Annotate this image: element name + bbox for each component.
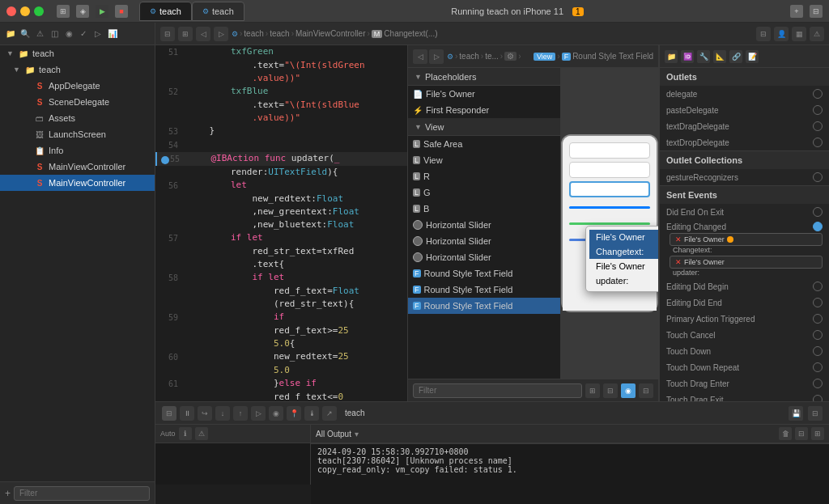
sidebar-item-teach-root[interactable]: ▼ 📁 teach [0,45,155,61]
ib-toggle-icon[interactable]: ⊟ [639,383,653,398]
popup-updater[interactable]: updater: [589,273,658,288]
debug-pause-icon[interactable]: ⏸ [180,406,194,421]
ib-slider3[interactable]: Horizontal Slider [408,249,560,265]
debug-continue-icon[interactable]: ▷ [251,406,266,421]
debug-environment-icon[interactable]: 🌡 [304,406,319,421]
ib-filter-input[interactable] [413,383,582,398]
ib-selected-tab[interactable]: View [534,53,555,61]
event-connection-updater[interactable]: ✕ File's Owner [670,256,823,269]
sidebar-item-launchscreen[interactable]: ▶ 🖼 LaunchScreen [0,126,155,142]
outlet-textdrag-circle[interactable] [813,121,823,131]
debug-share-icon[interactable]: ↗ [322,406,337,421]
issues-icon[interactable]: ⚠ [810,27,824,41]
console-trash-icon[interactable]: 🗑 [779,427,792,440]
sidebar-item-scenedelegate[interactable]: ▶ S SceneDelegate [0,94,155,110]
popup-filesowner2[interactable]: File's Owner [589,259,658,273]
inspector-log-icon[interactable]: 📝 [746,50,759,63]
event-connection-x2[interactable]: ✕ [675,258,682,266]
event-editing-begin-circle[interactable] [813,282,823,291]
code-editor[interactable]: 51 txfGreen .text="\(Int(sldGreen .value… [155,45,407,401]
nav-back-icon[interactable]: ◁ [196,27,210,41]
add-tab-icon[interactable]: + [790,5,803,18]
sidebar-debug-icon[interactable]: ▷ [92,28,104,40]
ib-view[interactable]: L View [408,152,560,168]
sidebar-breakpoints-icon[interactable]: ◉ [63,28,74,40]
popup-changetext[interactable]: File's Owner [589,230,658,244]
ib-constraint-icon[interactable]: ⊟ [603,383,618,398]
event-editing-changed-circle[interactable] [813,222,823,231]
event-connection-x[interactable]: ✕ [675,235,682,244]
sidebar-tests-icon[interactable]: ✓ [78,28,89,40]
connection-popup[interactable]: File's Owner Changetext: File's Owner up… [585,226,658,292]
console-split-left[interactable]: ⊟ [795,427,808,440]
outlet-collections-header[interactable]: Outlet Collections [660,151,829,169]
outlet-textdrop-circle[interactable] [813,138,823,147]
debug-show-hide-icon[interactable]: ⊟ [162,406,176,421]
ib-b[interactable]: L B [408,201,560,217]
sidebar-warning-icon[interactable]: ⚠ [34,28,45,40]
split-editor-icon[interactable]: ⊟ [756,27,771,41]
ib-g[interactable]: L G [408,184,560,201]
ib-slider1[interactable]: Horizontal Slider [408,217,560,233]
memory-icon[interactable]: 💾 [789,406,803,421]
ib-canvas[interactable] [561,68,658,379]
grid-icon[interactable]: ⊞ [178,27,193,41]
outlet-gesture-circle[interactable] [813,172,823,182]
sidebar-item-teach-folder[interactable]: ▼ 📁 teach [0,61,155,78]
event-drag-exit-circle[interactable] [813,395,823,401]
ib-files-owner[interactable]: 📄 File's Owner [408,86,560,102]
debug-breakpoints-icon[interactable]: ◉ [269,406,283,421]
layout-toggle-icon[interactable]: ⊟ [810,5,823,18]
inspector-identity-icon[interactable]: 🆔 [681,50,694,63]
event-did-end-circle[interactable] [813,207,823,217]
ib-forward-icon[interactable]: ▷ [429,49,444,64]
inspector-size-icon[interactable]: 📐 [713,50,726,63]
ib-textfield3[interactable]: F Round Style Text Field [408,298,560,314]
tab-teach2[interactable]: ⚙ teach [192,2,244,21]
debug-step-out-icon[interactable]: ↑ [233,406,248,421]
outlets-header[interactable]: Outlets [660,68,829,86]
sidebar-git-icon[interactable]: ◫ [49,28,60,40]
ib-first-responder[interactable]: ⚡ First Responder [408,102,560,118]
sidebar-toggle-icon[interactable]: ⊞ [57,5,70,18]
console-layout-icon[interactable]: ⊟ [808,406,823,421]
inspector-file-icon[interactable]: 📁 [665,50,678,63]
minimap-icon[interactable]: ▦ [792,27,806,41]
sidebar-item-assets[interactable]: ▶ 🗃 Assets [0,110,155,126]
console-left-icon[interactable]: ℹ [179,427,192,440]
outlet-delegate-circle[interactable] [813,89,823,99]
sidebar-filter-input[interactable] [14,486,150,501]
event-touch-cancel-circle[interactable] [813,330,823,340]
event-editing-end-circle[interactable] [813,298,823,307]
console-warn-icon[interactable]: ⚠ [195,427,208,440]
outlet-paste-circle[interactable] [813,105,823,115]
sidebar-reports-icon[interactable]: 📊 [107,28,118,40]
sidebar-item-mainvc1[interactable]: ▶ S MainViewController [0,159,155,175]
debug-simulate-icon[interactable]: 📍 [287,406,301,421]
tab-teach[interactable]: ⚙ teach [139,2,192,21]
ib-back-icon[interactable]: ◁ [413,49,427,64]
sidebar-search-icon[interactable]: 🔍 [19,28,31,40]
console-split-right[interactable]: ⊞ [811,427,824,440]
ib-r[interactable]: L R [408,168,560,184]
inspector-attrib-icon[interactable]: 🔧 [697,50,710,63]
panel-toggle-left[interactable]: ⊟ [160,27,175,41]
ib-zoom-fit-icon[interactable]: ⊞ [585,383,600,398]
close-button[interactable] [6,6,16,16]
sidebar-item-mainvc2[interactable]: ▶ S MainViewController [0,175,155,191]
ib-textfield1[interactable]: F Round Style Text Field [408,265,560,282]
popup-changetext2[interactable]: Changetext: [589,244,658,259]
sidebar-item-appdelegate[interactable]: ▶ S AppDelegate [0,78,155,94]
ib-safe-area[interactable]: L Safe Area [408,136,560,152]
ib-textfield2[interactable]: F Round Style Text Field [408,282,560,298]
ib-slider2[interactable]: Horizontal Slider [408,233,560,249]
ib-inspector-icon[interactable]: ◉ [621,383,636,398]
run-button[interactable]: ▶ [96,5,108,18]
event-primary-circle[interactable] [813,314,823,324]
debug-step-over-icon[interactable]: ↪ [198,406,212,421]
inspector-connect-icon[interactable]: 🔗 [729,50,742,63]
sidebar-folder-icon[interactable]: 📁 [5,28,16,40]
breakpoints-icon[interactable]: ◈ [76,5,89,18]
minimize-button[interactable] [20,6,30,16]
nav-forward-icon[interactable]: ▷ [214,27,228,41]
